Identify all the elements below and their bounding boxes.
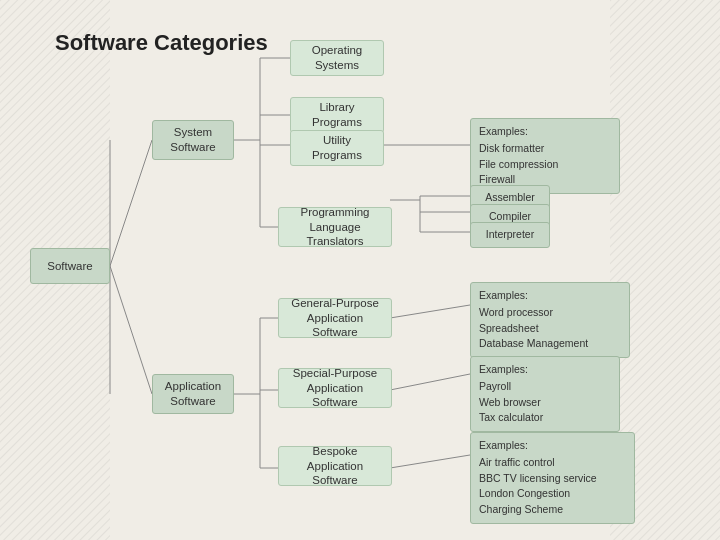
node-software: Software (30, 248, 110, 284)
svg-line-24 (390, 305, 470, 318)
example-special: Examples: Payroll Web browser Tax calcul… (470, 356, 620, 432)
page: Software Categories (0, 0, 720, 540)
node-system-software: SystemSoftware (152, 120, 234, 160)
page-title: Software Categories (55, 30, 268, 56)
svg-line-5 (110, 266, 152, 394)
example-general: Examples: Word processor Spreadsheet Dat… (470, 282, 630, 358)
example-interpreter: Interpreter (470, 222, 550, 248)
node-special-purpose: Special-PurposeApplication Software (278, 368, 392, 408)
svg-line-4 (110, 140, 152, 266)
node-application-software: ApplicationSoftware (152, 374, 234, 414)
example-bespoke: Examples: Air traffic control BBC TV lic… (470, 432, 635, 524)
node-operating-systems: OperatingSystems (290, 40, 384, 76)
node-utility-programs: UtilityPrograms (290, 130, 384, 166)
svg-line-25 (390, 374, 470, 390)
node-general-purpose: General-PurposeApplication Software (278, 298, 392, 338)
svg-line-26 (390, 455, 470, 468)
example-utility: Examples: Disk formatter File compressio… (470, 118, 620, 194)
node-bespoke: BespokeApplication Software (278, 446, 392, 486)
node-library-programs: LibraryPrograms (290, 97, 384, 133)
node-programming-language-translators: ProgrammingLanguage Translators (278, 207, 392, 247)
